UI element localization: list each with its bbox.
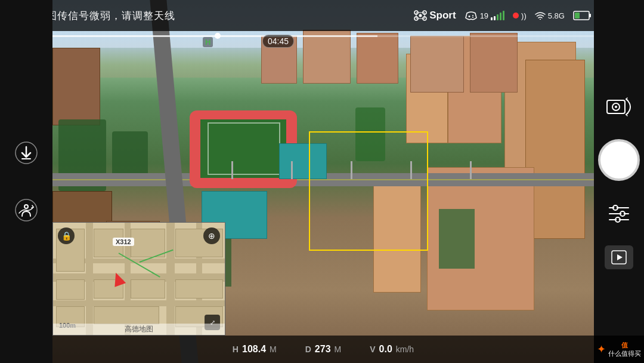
signal-bars [491,11,504,20]
brand-icon: ✦ [597,343,606,356]
timeline-bar [52,31,594,41]
speed-display: V 0.0 km/h [370,344,414,355]
speed-unit: km/h [396,344,414,354]
drone-icon [414,10,427,21]
controller-icon [465,11,478,20]
warning-message: 图传信号微弱，请调整天线 [47,9,175,23]
settings-button[interactable] [603,200,634,226]
svg-point-10 [419,14,422,17]
battery-icon [573,10,592,21]
altitude-value: 108.4 [242,344,266,355]
distance-label: D [305,344,311,354]
flight-mode-indicator[interactable]: Sport [414,10,456,21]
timeline-playhead [215,33,221,39]
svg-point-34 [617,219,619,221]
speed-value: 0.0 [379,344,392,355]
map-brand: 高德地图 [53,324,225,335]
svg-point-25 [615,106,617,108]
right-sidebar [594,0,644,363]
waypoint-label: X312 [113,238,134,246]
altitude-unit: M [270,344,277,354]
orbit-button[interactable] [10,193,43,227]
shutter-button[interactable] [598,139,640,181]
svg-rect-17 [589,14,591,17]
orbit-icon [14,198,38,222]
svg-point-22 [24,205,28,208]
altitude-display: H 108.4 M [233,344,277,355]
svg-point-15 [540,19,541,20]
flight-timer: 04:45 [262,35,294,48]
tracking-target-box [309,131,428,251]
top-bar: DJI 图传信号微弱，请调整天线 Sport 19 [0,0,644,31]
timeline-track[interactable] [52,35,594,37]
settings-icon [607,203,631,223]
mode-label: Sport [429,10,456,21]
mini-map[interactable]: X312 🔒 ⊕ 100m ⤢ 高德地图 [52,222,225,336]
altitude-marker: H [203,37,213,47]
download-icon [14,141,38,165]
record-dot [513,13,519,19]
svg-marker-36 [617,254,623,260]
camera-switch-icon [605,96,633,118]
speed-label: V [370,344,375,354]
record-indicator: )) [513,11,527,20]
wifi-icon [535,11,546,20]
brand-watermark: ✦ 值 什么值得买 [594,336,644,363]
map-lock-button[interactable]: 🔒 [58,227,75,244]
download-button[interactable] [10,136,43,170]
gallery-button[interactable] [605,245,633,269]
svg-point-13 [472,15,473,16]
distance-value: 273 [315,344,331,355]
svg-point-28 [614,207,617,209]
play-icon [611,250,627,265]
wifi-band: 5.8G [535,11,565,20]
altitude-label: H [233,344,239,354]
distance-display: D 273 M [305,344,342,355]
signal-strength: 19 [465,11,504,20]
svg-rect-18 [575,13,580,19]
bottom-status-bar: H 108.4 M D 273 M V 0.0 km/h [52,336,594,363]
left-sidebar [0,0,52,363]
brand-text: 值 什么值得买 [608,341,641,358]
distance-unit: M [335,344,342,354]
map-center-button[interactable]: ⊕ [203,227,220,244]
svg-point-14 [472,17,473,18]
wifi-band-label: 5.8G [548,11,565,20]
camera-switch-button[interactable] [603,94,634,120]
signal-count: 19 [480,11,488,20]
svg-point-31 [621,213,624,215]
shutter-inner [603,144,635,176]
